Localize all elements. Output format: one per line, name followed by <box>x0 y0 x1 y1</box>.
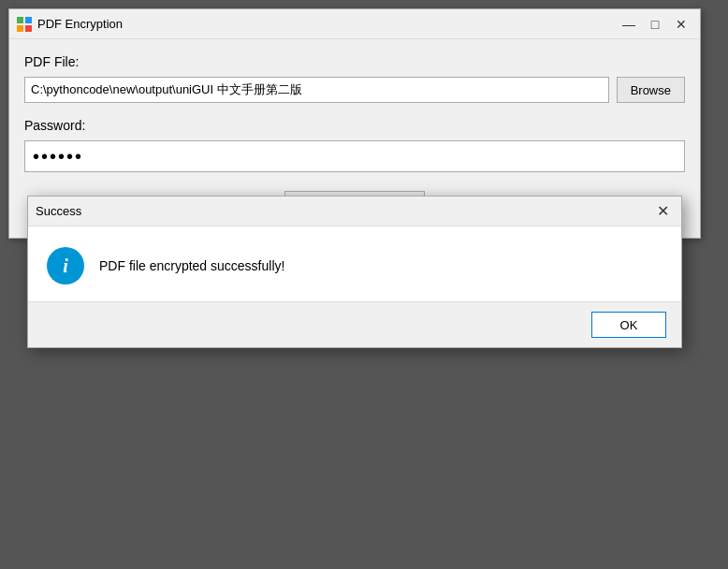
password-input[interactable] <box>24 140 685 172</box>
dialog-message: PDF file encrypted successfully! <box>99 258 284 273</box>
dialog-body: i PDF file encrypted successfully! <box>28 226 681 301</box>
svg-rect-1 <box>25 17 32 23</box>
ok-button[interactable]: OK <box>591 312 666 338</box>
app-icon <box>17 17 32 32</box>
dialog-close-button[interactable]: ✕ <box>651 202 674 221</box>
close-button[interactable]: ✕ <box>670 15 692 34</box>
dialog-overlay: Success ✕ i PDF file encrypted successfu… <box>27 196 682 348</box>
maximize-button[interactable]: □ <box>644 15 666 34</box>
info-icon: i <box>47 247 84 284</box>
info-icon-text: i <box>63 255 68 277</box>
svg-rect-2 <box>17 25 23 32</box>
file-path-input[interactable] <box>24 77 609 103</box>
file-row: Browse <box>24 77 685 103</box>
dialog-footer: OK <box>28 301 681 347</box>
svg-rect-0 <box>17 17 23 23</box>
password-label: Password: <box>24 118 685 133</box>
browse-button[interactable]: Browse <box>617 77 685 103</box>
minimize-button[interactable]: — <box>618 15 640 34</box>
success-dialog: Success ✕ i PDF file encrypted successfu… <box>27 196 682 348</box>
svg-rect-3 <box>25 25 32 32</box>
dialog-title: Success <box>36 204 651 218</box>
main-window-title: PDF Encryption <box>37 17 618 31</box>
dialog-title-bar: Success ✕ <box>28 197 681 226</box>
window-controls: — □ ✕ <box>618 15 692 34</box>
pdf-label: PDF File: <box>24 54 685 69</box>
title-bar: PDF Encryption — □ ✕ <box>9 9 700 39</box>
